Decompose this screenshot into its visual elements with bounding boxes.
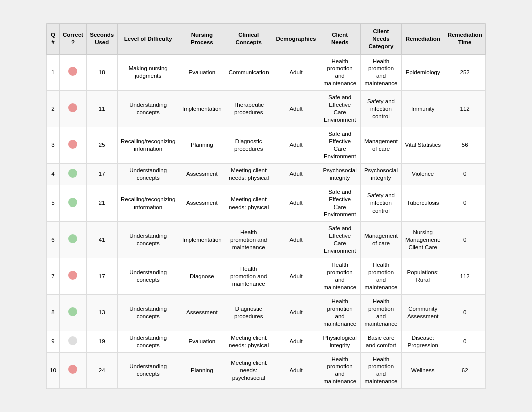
cell-remediation-9: Disease: Progression: [402, 331, 444, 352]
table-row: 6 41 Understanding concepts Implementati…: [47, 222, 486, 258]
col-header-client-needs-cat: Client Needs Category: [360, 23, 401, 54]
cell-difficulty-7: Understanding concepts: [117, 258, 179, 295]
cell-q-7: 7: [47, 258, 60, 295]
cell-seconds-10: 24: [86, 352, 117, 389]
cell-difficulty-6: Understanding concepts: [117, 222, 179, 258]
cell-difficulty-10: Understanding concepts: [117, 352, 179, 389]
main-table-container: Q # Correct ? Seconds Used Level of Diff…: [46, 23, 486, 390]
table-row: 7 17 Understanding concepts Diagnose Hea…: [47, 258, 486, 295]
cell-correct-10: [59, 352, 86, 389]
cell-client-needs-cat-6: Management of care: [360, 222, 401, 258]
col-header-remediation: Remediation: [402, 23, 444, 54]
cell-q-3: 3: [47, 127, 60, 164]
cell-difficulty-3: Recalling/recognizing information: [117, 127, 179, 164]
correct-dot-3: [68, 140, 77, 149]
cell-client-needs-cat-1: Health promotion and maintenance: [360, 54, 401, 91]
cell-remediation-2: Immunity: [402, 91, 444, 127]
cell-difficulty-4: Understanding concepts: [117, 163, 179, 185]
cell-correct-4: [59, 163, 86, 185]
cell-remediation-time-2: 112: [444, 91, 486, 127]
cell-nursing-process-8: Assessment: [179, 294, 225, 331]
cell-client-needs-4: Psychosocial integrity: [319, 163, 360, 185]
cell-seconds-3: 25: [86, 127, 117, 164]
cell-correct-1: [59, 54, 86, 91]
cell-client-needs-cat-3: Management of care: [360, 127, 401, 164]
cell-remediation-1: Epidemiology: [402, 54, 444, 91]
cell-remediation-10: Wellness: [402, 352, 444, 389]
col-header-difficulty: Level of Difficulty: [117, 23, 179, 54]
correct-dot-9: [68, 336, 77, 345]
correct-dot-2: [68, 103, 77, 112]
cell-remediation-3: Vital Statistics: [402, 127, 444, 164]
correct-dot-7: [68, 271, 77, 280]
cell-remediation-4: Violence: [402, 163, 444, 185]
cell-q-1: 1: [47, 54, 60, 91]
cell-remediation-6: Nursing Management: Client Care: [402, 222, 444, 258]
cell-remediation-time-9: 0: [444, 331, 486, 352]
cell-q-5: 5: [47, 185, 60, 222]
cell-clinical-10: Meeting client needs: psychosocial: [225, 352, 273, 389]
correct-dot-6: [68, 234, 77, 243]
cell-remediation-time-10: 62: [444, 352, 486, 389]
cell-demographics-6: Adult: [273, 222, 319, 258]
cell-clinical-5: Meeting client needs: physical: [225, 185, 273, 222]
cell-nursing-process-9: Evaluation: [179, 331, 225, 352]
cell-client-needs-5: Safe and Effective Care Environment: [319, 185, 360, 222]
cell-correct-7: [59, 258, 86, 295]
cell-nursing-process-3: Planning: [179, 127, 225, 164]
table-row: 8 13 Understanding concepts Assessment D…: [47, 294, 486, 331]
cell-seconds-4: 17: [86, 163, 117, 185]
cell-nursing-process-5: Assessment: [179, 185, 225, 222]
cell-nursing-process-10: Planning: [179, 352, 225, 389]
cell-client-needs-cat-5: Safety and infection control: [360, 185, 401, 222]
cell-difficulty-1: Making nursing judgments: [117, 54, 179, 91]
cell-seconds-7: 17: [86, 258, 117, 295]
col-header-nursing-process: Nursing Process: [179, 23, 225, 54]
cell-demographics-1: Adult: [273, 54, 319, 91]
cell-clinical-9: Meeting client needs: physical: [225, 331, 273, 352]
cell-client-needs-9: Physiological integrity: [319, 331, 360, 352]
cell-seconds-2: 11: [86, 91, 117, 127]
cell-correct-6: [59, 222, 86, 258]
cell-correct-9: [59, 331, 86, 352]
cell-demographics-5: Adult: [273, 185, 319, 222]
col-header-remediation-time: Remediation Time: [444, 23, 486, 54]
cell-seconds-1: 18: [86, 54, 117, 91]
cell-nursing-process-2: Implementation: [179, 91, 225, 127]
cell-q-9: 9: [47, 331, 60, 352]
data-table: Q # Correct ? Seconds Used Level of Diff…: [46, 23, 486, 389]
table-row: 1 18 Making nursing judgments Evaluation…: [47, 54, 486, 91]
cell-seconds-5: 21: [86, 185, 117, 222]
cell-remediation-time-5: 0: [444, 185, 486, 222]
cell-remediation-time-8: 0: [444, 294, 486, 331]
cell-q-10: 10: [47, 352, 60, 389]
cell-remediation-time-6: 0: [444, 222, 486, 258]
cell-clinical-2: Therapeutic procedures: [225, 91, 273, 127]
cell-clinical-4: Meeting client needs: physical: [225, 163, 273, 185]
cell-client-needs-10: Health promotion and maintenance: [319, 352, 360, 389]
cell-demographics-4: Adult: [273, 163, 319, 185]
cell-client-needs-7: Health promotion and maintenance: [319, 258, 360, 295]
correct-dot-1: [68, 67, 77, 76]
table-row: 3 25 Recalling/recognizing information P…: [47, 127, 486, 164]
table-row: 2 11 Understanding concepts Implementati…: [47, 91, 486, 127]
cell-seconds-6: 41: [86, 222, 117, 258]
cell-q-6: 6: [47, 222, 60, 258]
cell-seconds-8: 13: [86, 294, 117, 331]
cell-client-needs-cat-4: Psychosocial integrity: [360, 163, 401, 185]
cell-clinical-6: Health promotion and maintenance: [225, 222, 273, 258]
cell-client-needs-cat-7: Health promotion and maintenance: [360, 258, 401, 295]
cell-nursing-process-6: Implementation: [179, 222, 225, 258]
table-row: 9 19 Understanding concepts Evaluation M…: [47, 331, 486, 352]
cell-correct-2: [59, 91, 86, 127]
table-row: 10 24 Understanding concepts Planning Me…: [47, 352, 486, 389]
col-header-correct: Correct ?: [59, 23, 86, 54]
cell-remediation-8: Community Assessment: [402, 294, 444, 331]
cell-demographics-9: Adult: [273, 331, 319, 352]
cell-remediation-time-7: 112: [444, 258, 486, 295]
cell-nursing-process-4: Assessment: [179, 163, 225, 185]
cell-clinical-8: Diagnostic procedures: [225, 294, 273, 331]
cell-nursing-process-7: Diagnose: [179, 258, 225, 295]
table-row: 5 21 Recalling/recognizing information A…: [47, 185, 486, 222]
correct-dot-8: [68, 307, 77, 316]
